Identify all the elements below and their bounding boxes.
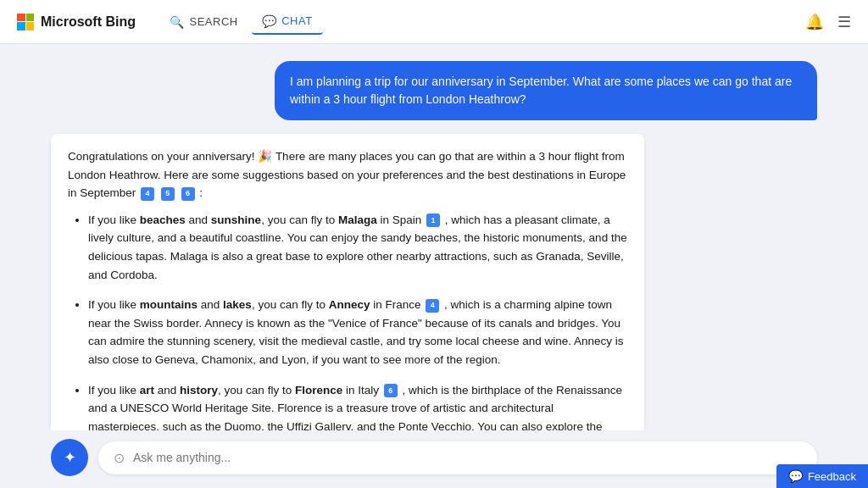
chat-button[interactable]: ✦ — [51, 439, 88, 476]
header: Microsoft Bing 🔍 SEARCH 💬 CHAT 🔔 ☰ — [0, 0, 868, 44]
citation-6b[interactable]: 6 — [384, 384, 398, 397]
sparkle-icon: ✦ — [64, 448, 76, 467]
nav: 🔍 SEARCH 💬 CHAT — [159, 9, 323, 35]
chat-icon: 💬 — [262, 14, 277, 28]
nav-chat[interactable]: 💬 CHAT — [252, 9, 323, 35]
citation-5[interactable]: 5 — [161, 187, 175, 201]
microsoft-logo — [17, 14, 34, 30]
list-item: If you like mountains and lakes, you can… — [88, 296, 627, 369]
header-right: 🔔 ☰ — [805, 13, 851, 31]
input-search-icon: ⊙ — [114, 450, 125, 466]
logo-area: Microsoft Bing — [17, 14, 136, 30]
citation-4[interactable]: 4 — [141, 187, 154, 201]
chat-area: I am planning a trip for our anniversary… — [0, 44, 868, 430]
bot-intro-text: Congratulations on your anniversary! 🎉 T… — [68, 147, 627, 202]
search-icon: 🔍 — [170, 15, 185, 29]
list-item: If you like art and history, you can fly… — [88, 381, 627, 430]
feedback-button[interactable]: 💬 Feedback — [776, 464, 868, 488]
nav-search[interactable]: 🔍 SEARCH — [159, 10, 248, 34]
citation-6[interactable]: 6 — [181, 187, 195, 201]
bot-suggestions-list: If you like beaches and sunshine, you ca… — [68, 211, 627, 430]
nav-search-label: SEARCH — [190, 15, 238, 28]
input-wrapper: ⊙ — [98, 441, 817, 474]
input-area: ✦ ⊙ — [0, 430, 868, 488]
citation-4b[interactable]: 4 — [426, 299, 439, 313]
bot-message: Congratulations on your anniversary! 🎉 T… — [51, 134, 644, 430]
citation-1[interactable]: 1 — [426, 214, 440, 227]
list-item: If you like beaches and sunshine, you ca… — [88, 211, 627, 284]
chat-input[interactable] — [133, 451, 802, 464]
user-message: I am planning a trip for our anniversary… — [51, 61, 817, 120]
feedback-label: Feedback — [808, 470, 856, 483]
feedback-icon: 💬 — [788, 469, 803, 483]
nav-chat-label: CHAT — [281, 14, 312, 27]
menu-icon[interactable]: ☰ — [837, 13, 851, 31]
notification-icon[interactable]: 🔔 — [805, 13, 824, 31]
logo-text: Microsoft Bing — [41, 14, 136, 30]
user-bubble: I am planning a trip for our anniversary… — [275, 61, 817, 120]
